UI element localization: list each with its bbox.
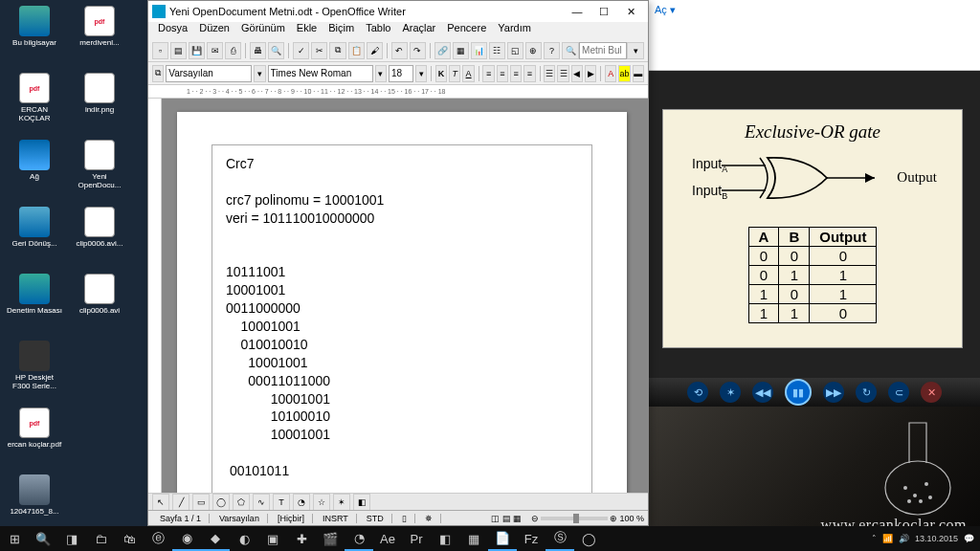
player-next[interactable]: ▶▶: [823, 382, 844, 403]
document-page[interactable]: Crc7 crc7 polinomu = 10001001veri = 1011…: [177, 112, 627, 493]
tray-net[interactable]: 📶: [882, 534, 893, 543]
gallery-button[interactable]: ◱: [507, 42, 523, 59]
menu-araçlar[interactable]: Araçlar: [396, 22, 441, 39]
minimize-button[interactable]: —: [564, 3, 590, 20]
player-close[interactable]: ✕: [921, 382, 942, 403]
mail-button[interactable]: ✉: [207, 42, 223, 59]
app-button[interactable]: ▦: [459, 526, 488, 551]
desktop-icon[interactable]: HP Deskjet F300 Serie...: [6, 341, 63, 398]
menu-biçim[interactable]: Biçim: [323, 22, 360, 39]
list-num[interactable]: ☰: [544, 65, 555, 82]
app-button[interactable]: Ae: [373, 526, 402, 551]
filezilla-button[interactable]: Fz: [517, 526, 546, 551]
player-prev[interactable]: ◀◀: [752, 382, 773, 403]
arrow-tool[interactable]: ↖: [152, 494, 169, 511]
menu-düzen[interactable]: Düzen: [193, 22, 235, 39]
styles-button[interactable]: ⧉: [152, 65, 164, 82]
player-btn[interactable]: ✶: [720, 382, 741, 403]
app-button[interactable]: ◐: [230, 526, 258, 551]
find-icon[interactable]: 🔍: [562, 42, 579, 59]
skype-button[interactable]: Ⓢ: [546, 526, 574, 551]
blender-button[interactable]: ◔: [345, 526, 373, 551]
desktop-icon[interactable]: Denetim Masası: [6, 274, 63, 331]
bold-button[interactable]: K: [435, 65, 447, 82]
copy-button[interactable]: ⧉: [329, 42, 345, 59]
font-color[interactable]: A: [605, 65, 616, 82]
desktop-icon[interactable]: Geri Dönüş...: [6, 207, 63, 264]
maximize-button[interactable]: ☐: [590, 3, 617, 20]
save-button[interactable]: 💾: [189, 42, 205, 59]
find-input[interactable]: [579, 42, 627, 59]
size-drop[interactable]: ▾: [415, 65, 427, 82]
menu-tablo[interactable]: Tablo: [360, 22, 396, 39]
curve-tool[interactable]: ∿: [253, 494, 270, 511]
find-next[interactable]: ▾: [627, 42, 644, 59]
menu-görünüm[interactable]: Görünüm: [235, 22, 291, 39]
app-button[interactable]: ◆: [201, 526, 230, 551]
align-justify[interactable]: ≡: [523, 65, 535, 82]
align-left[interactable]: ≡: [482, 65, 494, 82]
open-dropdown[interactable]: Aç ▾: [655, 4, 676, 16]
desktop-icon[interactable]: clip0006.avi: [71, 274, 128, 331]
font-drop[interactable]: ▾: [375, 65, 387, 82]
desktop-icon[interactable]: pdfmerdivenl...: [71, 6, 128, 63]
pdf-button[interactable]: ⎙: [225, 42, 241, 59]
paste-button[interactable]: 📋: [348, 42, 365, 59]
search-button[interactable]: 🔍: [29, 526, 57, 551]
zoom-slider[interactable]: ◫ ▤ ▦ ⊖⊕ 100 %: [483, 514, 644, 523]
italic-button[interactable]: T: [449, 65, 460, 82]
align-right[interactable]: ≡: [510, 65, 522, 82]
preview-button[interactable]: 🔍: [268, 42, 284, 59]
new-button[interactable]: ▫: [152, 42, 168, 59]
size-select[interactable]: [389, 65, 413, 82]
print-button[interactable]: 🖶: [250, 42, 266, 59]
app-button[interactable]: ▣: [258, 526, 287, 551]
player-btn[interactable]: ↻: [856, 382, 877, 403]
menu-dosya[interactable]: Dosya: [152, 22, 193, 39]
app-button[interactable]: 🎬: [316, 526, 345, 551]
desktop-icon[interactable]: clip0006.avi...: [71, 207, 128, 264]
status-ins[interactable]: INSRT: [315, 514, 357, 523]
style-select[interactable]: [166, 65, 252, 82]
taskview-button[interactable]: ◨: [57, 526, 86, 551]
bg-color[interactable]: ▬: [633, 65, 644, 82]
cut-button[interactable]: ✂: [311, 42, 327, 59]
tray-vol[interactable]: 🔊: [899, 534, 909, 543]
app-button[interactable]: Pr: [402, 526, 431, 551]
open-button[interactable]: ▤: [170, 42, 187, 59]
app-button[interactable]: ◧: [431, 526, 459, 551]
status-std[interactable]: STD: [359, 514, 392, 523]
tray-notif[interactable]: 💬: [964, 534, 974, 543]
menu-pencere[interactable]: Pencere: [441, 22, 492, 39]
desktop-icon[interactable]: Bu bilgisayar: [6, 6, 63, 63]
font-select[interactable]: [268, 65, 373, 82]
desktop-icon[interactable]: pdfercan koçlar.pdf: [6, 408, 63, 465]
close-button[interactable]: ✕: [617, 3, 644, 20]
brush-button[interactable]: 🖌: [367, 42, 383, 59]
line-tool[interactable]: ╱: [172, 494, 189, 511]
list-bul[interactable]: ☰: [557, 65, 568, 82]
explorer-button[interactable]: 🗀: [86, 526, 115, 551]
desktop-icon[interactable]: 12047165_8...: [6, 474, 63, 532]
text-tool[interactable]: T: [273, 494, 290, 511]
ellipse-tool[interactable]: ◯: [212, 494, 230, 511]
chrome-button[interactable]: ◉: [172, 526, 201, 551]
style-drop[interactable]: ▾: [254, 65, 265, 82]
table-button[interactable]: ▦: [453, 42, 469, 59]
player-play[interactable]: ▮▮: [785, 379, 812, 406]
chart-button[interactable]: 📊: [471, 42, 487, 59]
zoom-button[interactable]: ⊕: [525, 42, 542, 59]
start-button[interactable]: ⊞: [0, 526, 29, 551]
fontwork[interactable]: ✶: [333, 494, 350, 511]
app-button[interactable]: ✚: [287, 526, 316, 551]
tray-up[interactable]: ˄: [872, 534, 877, 543]
poly-tool[interactable]: ⬠: [233, 494, 250, 511]
desktop-icon[interactable]: pdfERCAN KOÇLAR: [6, 73, 63, 130]
link-button[interactable]: 🔗: [434, 42, 451, 59]
indent-dec[interactable]: ◀: [571, 65, 583, 82]
store-button[interactable]: 🛍: [115, 526, 144, 551]
desktop-icon[interactable]: Ağ: [6, 140, 63, 197]
help-button[interactable]: ?: [544, 42, 560, 59]
desktop-icon[interactable]: indir.png: [71, 73, 128, 130]
redo-button[interactable]: ↷: [410, 42, 426, 59]
